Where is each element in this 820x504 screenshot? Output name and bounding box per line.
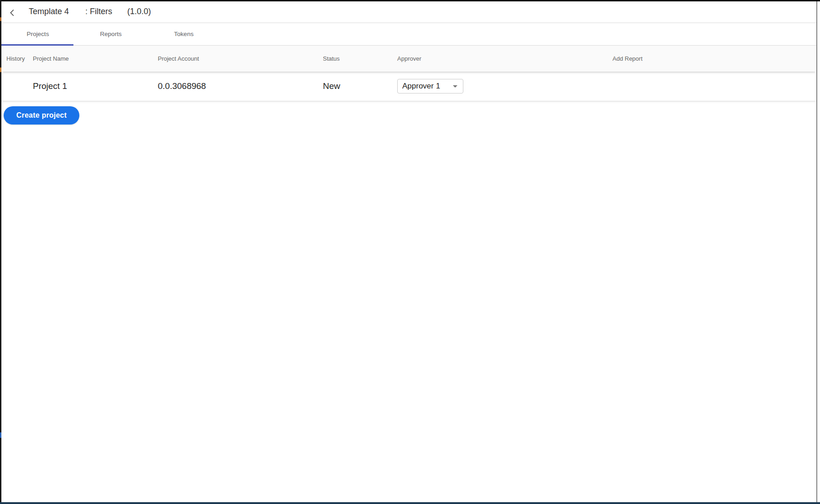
tab-tokens[interactable]: Tokens bbox=[147, 23, 220, 45]
status-cell: New bbox=[323, 81, 397, 91]
tab-bar: Projects Reports Tokens bbox=[1, 23, 816, 46]
window-edge-left bbox=[0, 0, 1, 504]
tab-reports[interactable]: Reports bbox=[74, 23, 147, 45]
column-header-project-name: Project Name bbox=[33, 55, 158, 62]
back-button[interactable] bbox=[6, 6, 19, 19]
page-subtitle: : Filters bbox=[85, 7, 112, 16]
page-title: Template 4 bbox=[29, 7, 69, 16]
active-tab-indicator bbox=[1, 44, 73, 46]
app-bar: Template 4 : Filters (1.0.0) bbox=[1, 1, 816, 23]
column-header-status: Status bbox=[323, 55, 397, 62]
window-edge-right bbox=[816, 0, 817, 502]
approver-select[interactable]: Approver 1 bbox=[397, 79, 463, 94]
tab-label: Projects bbox=[27, 31, 49, 37]
edge-speck bbox=[0, 68, 1, 72]
tab-label: Reports bbox=[100, 31, 121, 37]
edge-speck bbox=[0, 432, 1, 438]
table-row: Project 1 0.0.3068968 New Approver 1 bbox=[1, 72, 816, 101]
window-edge-top bbox=[0, 0, 820, 1]
project-account-cell: 0.0.3068968 bbox=[158, 81, 323, 91]
approver-cell: Approver 1 bbox=[397, 79, 612, 94]
project-name-cell: Project 1 bbox=[33, 81, 158, 91]
approver-select-value: Approver 1 bbox=[402, 82, 440, 91]
template-version: (1.0.0) bbox=[127, 7, 151, 16]
chevron-left-icon bbox=[8, 9, 16, 17]
column-header-history: History bbox=[6, 55, 33, 62]
edge-speck bbox=[0, 17, 1, 21]
column-header-approver: Approver bbox=[397, 55, 612, 62]
chevron-down-icon bbox=[453, 85, 457, 88]
window-edge-bottom bbox=[0, 502, 820, 504]
column-header-project-account: Project Account bbox=[158, 55, 323, 62]
column-header-add-report: Add Report bbox=[612, 55, 816, 62]
projects-table-header: History Project Name Project Account Sta… bbox=[1, 46, 816, 72]
create-project-button[interactable]: Create project bbox=[4, 106, 79, 125]
tab-projects[interactable]: Projects bbox=[1, 23, 74, 45]
tab-label: Tokens bbox=[174, 31, 194, 37]
